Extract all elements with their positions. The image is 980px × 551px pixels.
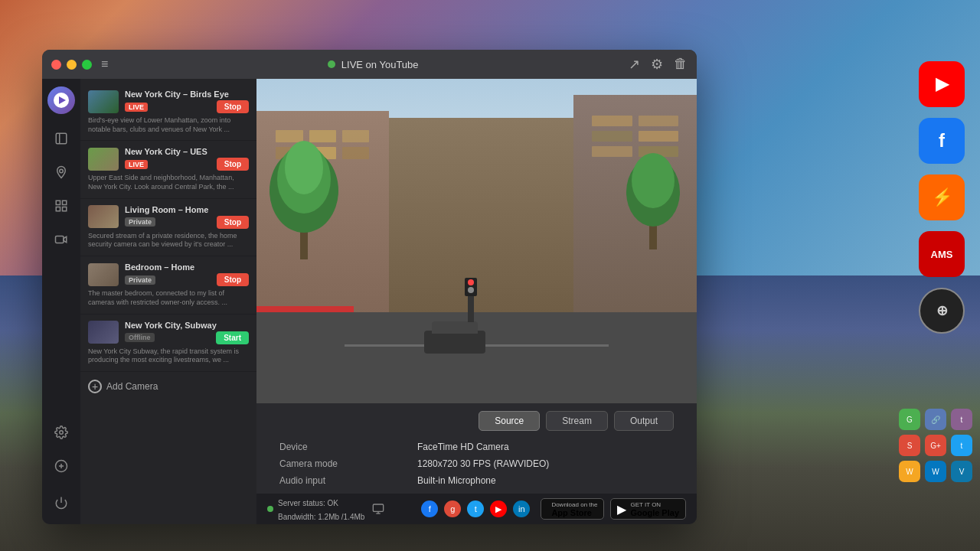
camera-item-2-header: New York City – UES LIVE Stop: [88, 147, 249, 171]
cluster-icon-5[interactable]: G+: [925, 435, 946, 456]
settings-icon[interactable]: ⚙: [651, 56, 663, 73]
nav-item-grid[interactable]: [47, 192, 75, 220]
cluster-icon-3[interactable]: t: [951, 409, 972, 430]
camera-status-row-2: LIVE Stop: [125, 158, 249, 171]
camera-item-5[interactable]: New York City, Subway Offline Start New …: [80, 315, 256, 372]
server-status: Server status: OK Bandwidth: 1.2Mb /1.4M…: [267, 495, 421, 523]
camera-item-1[interactable]: New York City – Birds Eye LIVE Stop Bird…: [80, 83, 256, 141]
play-icon: [59, 96, 66, 104]
svg-rect-0: [56, 133, 67, 144]
window-controls: [51, 60, 92, 70]
minimize-button[interactable]: [67, 60, 77, 70]
start-button-5[interactable]: Start: [216, 331, 249, 344]
add-camera-icon: +: [88, 380, 102, 393]
desktop-icon-ams[interactable]: AMS: [919, 231, 965, 277]
main-content: Source Stream Output Device FaceTime HD …: [256, 79, 697, 524]
audio-input-label: Audio input: [279, 475, 402, 486]
stop-button-3[interactable]: Stop: [217, 216, 249, 229]
live-status-text: LIVE on YouTube: [341, 59, 419, 70]
camera-info-1: New York City – Birds Eye LIVE Stop: [125, 90, 249, 113]
svg-rect-3: [56, 201, 60, 204]
camera-desc-4: The master bedroom, connected to my list…: [88, 289, 249, 307]
camera-info-5: New York City, Subway Offline Start: [125, 321, 249, 344]
bandwidth-label: Bandwidth: 1.2Mb /1.4Mb: [278, 513, 364, 521]
camera-status-row-5: Offline Start: [125, 331, 249, 344]
nav-item-power[interactable]: [47, 489, 75, 517]
stop-button-4[interactable]: Stop: [217, 273, 249, 286]
tab-source[interactable]: Source: [479, 411, 540, 431]
svg-point-8: [60, 431, 64, 435]
stop-button-2[interactable]: Stop: [217, 158, 249, 171]
camera-name-1: New York City – Birds Eye: [125, 90, 249, 99]
live-indicator-dot: [328, 60, 335, 68]
cluster-icon-9[interactable]: V: [951, 461, 972, 482]
cluster-icon-1[interactable]: G: [899, 409, 920, 430]
nav-item-video[interactable]: [47, 226, 75, 253]
svg-point-2: [60, 169, 64, 173]
social-icon-youtube[interactable]: ▶: [490, 500, 507, 517]
google-play-badge[interactable]: ▶ GET IT ON Google Play: [610, 498, 686, 520]
desktop-icon-youtube[interactable]: ▶: [919, 61, 965, 107]
stop-button-1[interactable]: Stop: [217, 100, 249, 113]
maximize-button[interactable]: [82, 60, 92, 70]
nav-item-add[interactable]: [47, 452, 75, 480]
close-button[interactable]: [51, 60, 61, 70]
desktop-icon-thunder[interactable]: ⚡: [919, 174, 965, 220]
camera-mode-value: 980x551 30 FPS (RAWVIDEO): [417, 458, 674, 469]
desktop-icon-facebook[interactable]: f: [919, 118, 965, 164]
camera-info-3: Living Room – Home Private Stop: [125, 205, 249, 229]
camera-thumb-5: [88, 321, 119, 344]
google-play-icon: ▶: [617, 502, 626, 517]
camera-name-3: Living Room – Home: [125, 205, 249, 214]
tab-row: Source Stream Output: [272, 411, 681, 431]
cluster-icon-7[interactable]: W: [899, 461, 920, 482]
camera-item-4-header: Bedroom – Home Private Stop: [88, 262, 249, 286]
tree-left: [266, 137, 342, 262]
nav-item-location[interactable]: [47, 158, 75, 186]
add-camera-label: Add Camera: [106, 381, 158, 392]
camera-item-3[interactable]: Living Room – Home Private Stop Secured …: [80, 199, 256, 256]
app-logo[interactable]: [47, 86, 75, 114]
svg-rect-7: [56, 236, 64, 243]
nav-item-settings[interactable]: [47, 419, 75, 446]
social-icon-googleplus[interactable]: g: [444, 500, 461, 517]
camera-list: New York City – Birds Eye LIVE Stop Bird…: [80, 79, 256, 524]
camera-status-row-3: Private Stop: [125, 216, 249, 229]
social-icon-facebook[interactable]: f: [421, 500, 438, 517]
preview-area: [256, 79, 697, 403]
social-icon-linkedin[interactable]: in: [513, 500, 530, 517]
youtube-icon: ▶: [936, 74, 949, 94]
camera-status-row-1: LIVE Stop: [125, 100, 249, 113]
app-store-badge[interactable]: Download on the App Store: [541, 498, 604, 520]
svg-point-16: [285, 141, 323, 194]
google-play-name: Google Play: [630, 508, 679, 517]
social-icon-twitter[interactable]: t: [467, 500, 484, 517]
awning: [256, 306, 354, 312]
camera-name-5: New York City, Subway: [125, 321, 249, 330]
nav-item-library[interactable]: [47, 125, 75, 152]
cluster-icon-2[interactable]: 🔗: [925, 409, 946, 430]
titlebar: ≡ LIVE on YouTube ↗ ⚙ 🗑: [42, 50, 697, 79]
delete-icon[interactable]: 🗑: [674, 56, 688, 73]
add-camera-button[interactable]: + Add Camera: [80, 372, 256, 401]
camera-item-4[interactable]: Bedroom – Home Private Stop The master b…: [80, 256, 256, 314]
ams-icon: AMS: [931, 249, 953, 260]
google-play-sub: GET IT ON: [630, 501, 679, 508]
camera-item-1-header: New York City – Birds Eye LIVE Stop: [88, 90, 249, 113]
camera-item-3-header: Living Room – Home Private Stop: [88, 205, 249, 229]
tab-stream[interactable]: Stream: [546, 411, 608, 431]
svg-point-19: [632, 153, 675, 208]
bandwidth-icon: [372, 503, 384, 515]
cluster-icon-4[interactable]: S: [899, 435, 920, 456]
street: [256, 312, 697, 403]
google-play-text: GET IT ON Google Play: [630, 501, 679, 517]
desktop-icon-s5[interactable]: ⊕: [919, 288, 965, 334]
cluster-icon-6[interactable]: t: [951, 435, 972, 456]
camera-desc-1: Bird's-eye view of Lower Manhattan, zoom…: [88, 116, 249, 134]
share-icon[interactable]: ↗: [629, 56, 640, 73]
camera-item-2[interactable]: New York City – UES LIVE Stop Upper East…: [80, 141, 256, 198]
cluster-icon-8[interactable]: W: [925, 461, 946, 482]
menu-icon[interactable]: ≡: [101, 57, 108, 71]
app-store-sub: Download on the: [551, 501, 597, 508]
tab-output[interactable]: Output: [614, 411, 674, 431]
